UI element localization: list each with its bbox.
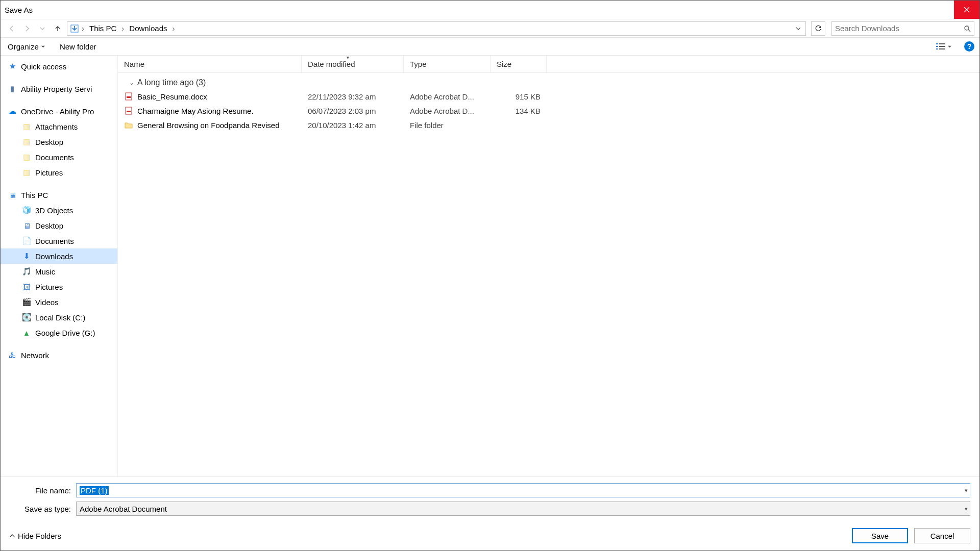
svg-point-1 xyxy=(965,26,969,30)
breadcrumb-downloads[interactable]: Downloads xyxy=(126,22,170,35)
arrow-left-icon xyxy=(8,25,15,32)
downloads-icon: ⬇ xyxy=(22,252,31,261)
network-icon: 🖧 xyxy=(8,350,17,360)
sidebar-item-documents[interactable]: 📄Documents xyxy=(1,233,117,248)
window-title: Save As xyxy=(5,6,954,14)
navigation-tree: ★ Quick access ▮ Ability Property Servi … xyxy=(1,56,118,477)
column-header-type[interactable]: Type xyxy=(404,56,491,72)
cloud-icon: ☁ xyxy=(8,107,17,116)
svg-rect-9 xyxy=(127,96,131,98)
search-icon xyxy=(964,25,971,32)
star-icon: ★ xyxy=(8,62,17,71)
music-icon: 🎵 xyxy=(22,267,31,276)
arrow-up-icon xyxy=(54,25,61,32)
sidebar-network[interactable]: 🖧 Network xyxy=(1,347,117,363)
filename-label: File name: xyxy=(10,486,76,495)
cancel-button[interactable]: Cancel xyxy=(914,528,970,543)
folder-icon: ▥ xyxy=(22,168,31,177)
hide-folders-button[interactable]: Hide Folders xyxy=(10,532,61,540)
downloads-icon xyxy=(69,23,80,34)
file-row[interactable]: Basic_Resume.docx22/11/2023 9:32 amAdobe… xyxy=(118,89,979,104)
sidebar-item-pictures[interactable]: ▥Pictures xyxy=(1,165,117,180)
file-row[interactable]: General Browsing on Foodpanda Revised20/… xyxy=(118,118,979,132)
chevron-right-icon: › xyxy=(172,24,176,33)
monitor-icon: 🖥 xyxy=(8,190,17,199)
filename-field[interactable]: PDF (1) ▾ xyxy=(76,483,970,497)
svg-rect-6 xyxy=(936,48,938,49)
svg-rect-7 xyxy=(939,48,945,49)
up-button[interactable] xyxy=(52,22,64,35)
organize-label: Organize xyxy=(8,42,39,51)
3d-icon: 🧊 xyxy=(22,206,31,215)
forward-button[interactable] xyxy=(21,22,33,35)
pictures-icon: 🖼 xyxy=(22,282,31,291)
new-folder-button[interactable]: New folder xyxy=(58,41,99,52)
sidebar-item-desktop[interactable]: ▥Desktop xyxy=(1,134,117,149)
breadcrumb[interactable]: › This PC › Downloads › xyxy=(67,21,806,36)
sidebar-item-cdrive[interactable]: 💽Local Disk (C:) xyxy=(1,310,117,325)
sidebar-this-pc[interactable]: 🖥 This PC xyxy=(1,187,117,203)
column-header-name[interactable]: Name xyxy=(118,56,302,72)
chevron-down-icon xyxy=(947,44,952,49)
arrow-right-icon xyxy=(23,25,31,32)
sidebar-item-downloads[interactable]: ⬇Downloads xyxy=(1,248,117,264)
savetype-label: Save as type: xyxy=(10,505,76,513)
documents-icon: 📄 xyxy=(22,236,31,245)
savetype-field[interactable]: Adobe Acrobat Document ▾ xyxy=(76,502,970,516)
savetype-value: Adobe Acrobat Document xyxy=(80,505,167,513)
svg-rect-3 xyxy=(939,43,945,44)
folder-icon: ▥ xyxy=(22,122,31,131)
filename-value[interactable]: PDF (1) xyxy=(80,486,109,495)
help-button[interactable]: ? xyxy=(964,41,974,52)
sidebar-item-gdrive[interactable]: ▲Google Drive (G:) xyxy=(1,325,117,340)
cdrive-icon: 💽 xyxy=(22,313,31,322)
building-icon: ▮ xyxy=(8,84,17,93)
svg-rect-2 xyxy=(936,43,938,44)
pdf-icon xyxy=(124,92,133,101)
view-button[interactable] xyxy=(934,42,954,51)
chevron-down-icon: ⌄ xyxy=(129,79,134,86)
chevron-up-icon xyxy=(10,533,15,538)
pdf-icon xyxy=(124,106,133,115)
chevron-right-icon: › xyxy=(120,24,125,33)
chevron-down-icon xyxy=(41,44,45,49)
refresh-button[interactable] xyxy=(811,21,825,36)
svg-rect-5 xyxy=(939,46,945,47)
column-header-date[interactable]: ▾ Date modified xyxy=(302,56,404,72)
organize-button[interactable]: Organize xyxy=(6,41,47,52)
search-box[interactable] xyxy=(831,21,974,36)
close-button[interactable] xyxy=(954,1,979,19)
gdrive-icon: ▲ xyxy=(22,328,31,337)
address-dropdown[interactable] xyxy=(793,26,803,31)
chevron-down-icon[interactable]: ▾ xyxy=(965,506,968,512)
svg-rect-11 xyxy=(127,111,131,112)
search-input[interactable] xyxy=(835,24,964,33)
folder-icon: ▥ xyxy=(22,153,31,162)
sidebar-ability[interactable]: ▮ Ability Property Servi xyxy=(1,81,117,96)
sidebar-item-documents[interactable]: ▥Documents xyxy=(1,149,117,165)
breadcrumb-this-pc[interactable]: This PC xyxy=(86,22,119,35)
sort-indicator-icon: ▾ xyxy=(347,56,349,60)
folder-icon: ▥ xyxy=(22,137,31,146)
chevron-right-icon: › xyxy=(81,24,85,33)
chevron-down-icon xyxy=(796,26,801,31)
back-button[interactable] xyxy=(6,22,18,35)
sidebar-item-attachments[interactable]: ▥Attachments xyxy=(1,119,117,134)
file-row[interactable]: Charmaigne May Asiong Resume.06/07/2023 … xyxy=(118,104,979,118)
chevron-down-icon xyxy=(40,26,45,31)
save-button[interactable]: Save xyxy=(852,528,908,543)
chevron-down-icon[interactable]: ▾ xyxy=(965,487,968,494)
column-header-size[interactable]: Size xyxy=(491,56,547,72)
group-header[interactable]: ⌄ A long time ago (3) xyxy=(118,73,979,89)
sidebar-item-pictures[interactable]: 🖼Pictures xyxy=(1,279,117,294)
sidebar-item-desktop[interactable]: 🖥Desktop xyxy=(1,218,117,233)
desktop-icon: 🖥 xyxy=(22,221,31,230)
recent-locations-button[interactable] xyxy=(36,22,48,35)
sidebar-onedrive[interactable]: ☁ OneDrive - Ability Pro xyxy=(1,104,117,119)
videos-icon: 🎬 xyxy=(22,297,31,307)
sidebar-item-videos[interactable]: 🎬Videos xyxy=(1,294,117,310)
sidebar-quick-access[interactable]: ★ Quick access xyxy=(1,59,117,74)
sidebar-item-music[interactable]: 🎵Music xyxy=(1,264,117,279)
refresh-icon xyxy=(815,25,822,32)
sidebar-item-3d[interactable]: 🧊3D Objects xyxy=(1,203,117,218)
